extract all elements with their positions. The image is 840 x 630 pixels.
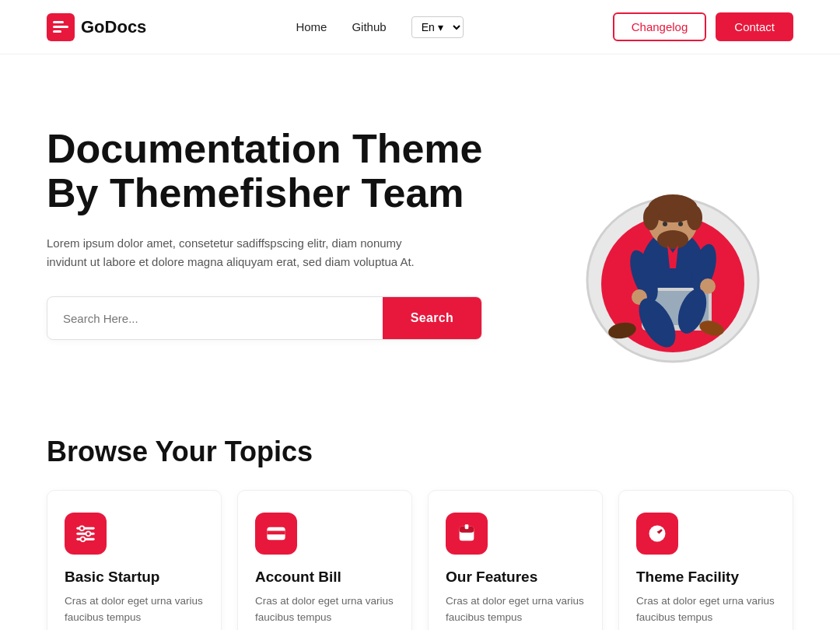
topic-card-account-bill[interactable]: Account Bill Cras at dolor eget urna var… (237, 490, 412, 630)
topic-desc-account-bill: Cras at dolor eget urna varius faucibus … (255, 593, 394, 626)
svg-point-33 (81, 537, 86, 541)
topic-desc-theme-facility: Cras at dolor eget urna varius faucibus … (636, 593, 775, 626)
svg-rect-35 (267, 531, 285, 535)
hero-content: Documentation Theme By Themefisher Team … (47, 127, 483, 340)
svg-point-15 (663, 222, 667, 226)
svg-rect-2 (53, 26, 68, 28)
theme-facility-icon-wrap (636, 513, 678, 555)
header-actions: Changelog Contact (613, 12, 793, 41)
character-svg (529, 101, 793, 366)
main-nav: Home Github En ▾ (296, 16, 463, 38)
svg-point-13 (687, 205, 702, 230)
sliders-icon (75, 523, 96, 544)
hero-title: Documentation Theme By Themefisher Team (47, 127, 483, 215)
topic-name-basic-startup: Basic Startup (65, 569, 204, 586)
contact-button[interactable]: Contact (716, 12, 793, 41)
topic-desc-our-features: Cras at dolor eget urna varius faucibus … (446, 593, 585, 626)
search-box: Search (47, 296, 482, 340)
topic-card-theme-facility[interactable]: Theme Facility Cras at dolor eget urna v… (618, 490, 793, 630)
wrench-icon (646, 523, 668, 544)
topic-name-account-bill: Account Bill (255, 569, 394, 586)
svg-point-31 (79, 526, 84, 530)
hero-description: Lorem ipsum dolor amet, consetetur sadif… (47, 234, 436, 271)
topic-desc-basic-startup: Cras at dolor eget urna varius faucibus … (65, 593, 204, 626)
svg-rect-36 (269, 537, 275, 538)
topic-name-theme-facility: Theme Facility (636, 569, 775, 586)
search-button[interactable]: Search (383, 297, 481, 339)
hero-section: Documentation Theme By Themefisher Team … (0, 54, 840, 404)
card-icon (265, 523, 287, 544)
svg-point-16 (678, 222, 683, 226)
topics-section: Browse Your Topics Basic Startup Cras at… (0, 404, 840, 630)
our-features-icon-wrap (446, 513, 488, 555)
language-select[interactable]: En ▾ (411, 16, 464, 38)
basic-startup-icon-wrap (65, 513, 107, 555)
svg-point-14 (657, 230, 688, 249)
topics-grid: Basic Startup Cras at dolor eget urna va… (47, 490, 793, 630)
svg-point-32 (86, 531, 91, 536)
account-bill-icon-wrap (255, 513, 297, 555)
svg-rect-3 (53, 30, 61, 33)
logo-icon (47, 13, 75, 41)
nav-github[interactable]: Github (352, 20, 386, 33)
topic-card-basic-startup[interactable]: Basic Startup Cras at dolor eget urna va… (47, 490, 222, 630)
topic-name-our-features: Our Features (446, 569, 585, 586)
logo[interactable]: GoDocs (47, 13, 146, 41)
search-input[interactable] (47, 298, 383, 339)
changelog-button[interactable]: Changelog (613, 12, 707, 41)
svg-rect-1 (53, 21, 64, 23)
svg-point-12 (643, 205, 659, 230)
topics-title: Browse Your Topics (47, 436, 793, 468)
logo-text: GoDocs (81, 17, 146, 37)
box-icon (456, 523, 478, 544)
svg-rect-39 (465, 524, 469, 529)
nav-home[interactable]: Home (296, 20, 327, 33)
hero-illustration (529, 101, 793, 366)
header: GoDocs Home Github En ▾ Changelog Contac… (0, 0, 840, 54)
topic-card-our-features[interactable]: Our Features Cras at dolor eget urna var… (428, 490, 603, 630)
